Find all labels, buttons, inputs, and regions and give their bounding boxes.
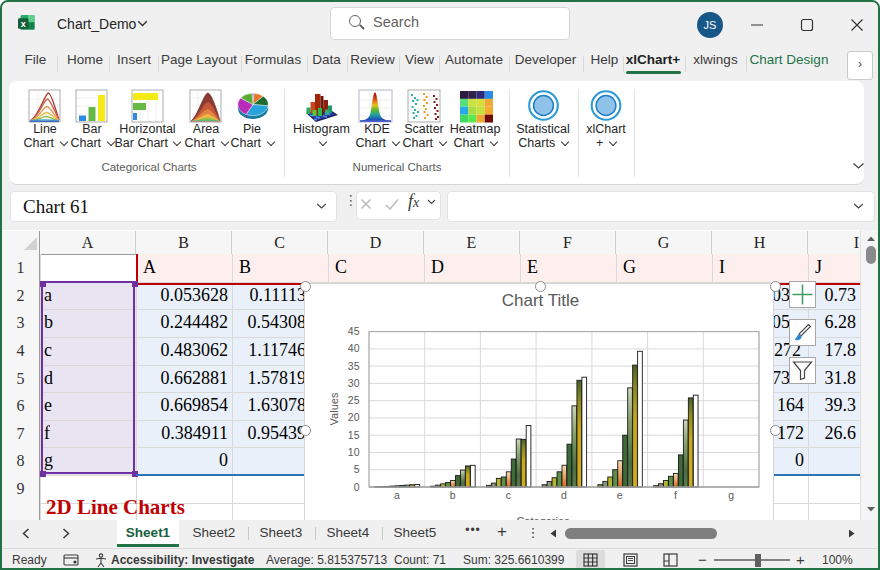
svg-text:20: 20 [348,411,360,423]
svg-text:0: 0 [354,480,360,492]
svg-text:a: a [394,489,400,501]
svg-text:40: 40 [348,342,360,354]
svg-text:5: 5 [354,463,360,475]
svg-text:d: d [561,489,567,501]
svg-text:25: 25 [348,394,360,406]
svg-text:Values: Values [328,392,340,425]
svg-text:45: 45 [348,325,360,337]
svg-text:e: e [617,489,623,501]
svg-text:30: 30 [348,376,360,388]
svg-text:x: x [21,19,26,29]
svg-text:g: g [728,489,734,501]
svg-text:f: f [674,489,677,501]
svg-text:15: 15 [348,428,360,440]
svg-text:35: 35 [348,359,360,371]
svg-text:10: 10 [348,446,360,458]
svg-text:c: c [506,489,511,501]
svg-text:b: b [450,489,456,501]
svg-text:Chart Title: Chart Title [502,290,579,309]
